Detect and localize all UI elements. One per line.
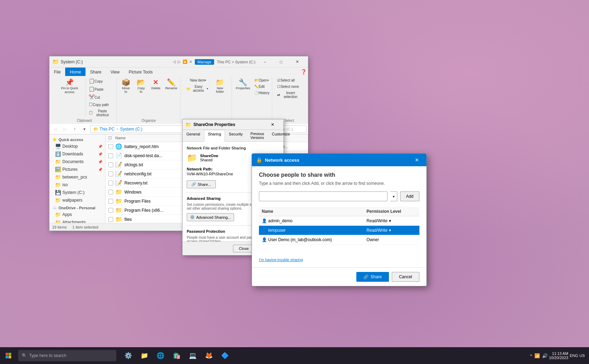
network-cancel-button[interactable]: Cancel: [392, 272, 419, 282]
permission-dropdown-1[interactable]: Read/Write ▾: [367, 218, 391, 223]
open-button[interactable]: 📂 Open ▾: [253, 77, 271, 83]
tab-share[interactable]: Share: [85, 68, 106, 76]
new-item-button[interactable]: 📄 New item ▾: [184, 77, 211, 83]
help-icon[interactable]: ❓: [301, 69, 307, 75]
row-checkbox[interactable]: [108, 181, 113, 186]
table-row[interactable]: 👤 tempuser Read/Write ▾: [259, 226, 419, 235]
tab-picture-tools[interactable]: Picture Tools: [124, 68, 157, 76]
table-row[interactable]: 👤 User Demo (m_lab@outlook.com) Owner: [259, 235, 419, 245]
tab-general[interactable]: General: [183, 130, 204, 141]
copy-to-button[interactable]: 📂 Copy to: [134, 77, 148, 95]
select-none-button[interactable]: ☐ Select none: [276, 84, 302, 90]
sidebar-item-apps[interactable]: 📁 Apps: [49, 211, 105, 218]
tray-chevron[interactable]: ^: [530, 353, 532, 358]
sidebar-item-pictures[interactable]: 🖼️ Pictures 📌: [49, 166, 105, 173]
taskbar-search-box[interactable]: 🔍 Type here to search: [18, 350, 116, 361]
sidebar-item-iso[interactable]: 📁 iso: [49, 181, 105, 189]
delete-button[interactable]: ✕ Delete: [149, 77, 163, 91]
taskbar-file-explorer[interactable]: 📁: [137, 348, 152, 363]
history-button[interactable]: 🕐 History: [253, 90, 271, 96]
tab-customize[interactable]: Customize: [268, 130, 294, 141]
col-name-header: Name: [259, 207, 364, 216]
row-checkbox[interactable]: [108, 162, 113, 167]
close-button[interactable]: ✕: [289, 56, 305, 68]
trouble-sharing-link[interactable]: I'm having trouble sharing: [259, 258, 419, 262]
qa-properties-icon[interactable]: ≡: [190, 59, 192, 64]
sidebar-section-onedrive[interactable]: ☁️ OneDrive - Personal: [49, 204, 105, 211]
sidebar-item-attachments[interactable]: 📁 Attachments: [49, 218, 105, 223]
taskbar-firefox[interactable]: 🦊: [201, 348, 217, 363]
sidebar-item-documents[interactable]: 📁 Documents 📌: [49, 158, 105, 166]
properties-button[interactable]: 🔧 Properties: [234, 77, 252, 91]
sidebar-item-wallpapers[interactable]: 📁 wallpapers: [49, 196, 105, 204]
nav-forward[interactable]: ▷: [61, 125, 69, 133]
sidebar-section-quick-access[interactable]: ⭐ Quick access: [49, 136, 105, 142]
qa-forward-icon[interactable]: ▷: [178, 59, 180, 64]
tray-volume[interactable]: 🔊: [542, 353, 548, 358]
qa-up-icon[interactable]: 🔼: [183, 59, 187, 64]
qa-back-icon[interactable]: ◁: [173, 59, 176, 64]
paste-button[interactable]: 📋 Paste: [87, 85, 114, 93]
copy-path-button[interactable]: 📋 Copy path: [87, 102, 114, 108]
row-checkbox[interactable]: [108, 172, 113, 176]
admin-demo-permission[interactable]: Read/Write ▾: [364, 216, 419, 226]
copy-button[interactable]: 📋 Copy: [87, 77, 114, 85]
network-dropdown-arrow[interactable]: ▾: [390, 191, 397, 201]
share-action-button[interactable]: 🔗 Share: [356, 272, 389, 282]
move-to-button[interactable]: 📦 Move to: [118, 77, 133, 95]
tab-sharing[interactable]: Sharing: [204, 130, 225, 142]
taskbar-app2[interactable]: 🔷: [217, 348, 233, 363]
nav-recent[interactable]: ▾: [80, 125, 89, 133]
sidebar-item-system-c[interactable]: 💾 System (C:): [49, 189, 105, 196]
network-name-input[interactable]: [259, 191, 388, 201]
rename-button[interactable]: ✏️ Rename: [164, 77, 179, 91]
clock[interactable]: 11:13 AM 10/20/2023: [549, 351, 568, 360]
new-folder-button[interactable]: 📁 New folder: [211, 77, 229, 95]
manage-tab-badge[interactable]: Manage: [195, 59, 214, 65]
paste-shortcut-button[interactable]: 📋 Paste shortcut: [87, 108, 114, 118]
invert-selection-button[interactable]: ⇄ Invert selection: [276, 90, 302, 100]
cut-button[interactable]: ✂️ Cut: [87, 93, 114, 101]
maximize-button[interactable]: □: [273, 56, 289, 68]
nav-back[interactable]: ◁: [51, 125, 59, 133]
easy-access-button[interactable]: ⭐ Easy access ▾: [184, 84, 211, 93]
row-checkbox[interactable]: [108, 153, 113, 158]
sidebar-item-desktop[interactable]: 🖥️ Desktop 📌: [49, 142, 105, 150]
row-checkbox[interactable]: [108, 208, 113, 213]
minimize-button[interactable]: −: [257, 56, 273, 68]
sidebar-item-downloads[interactable]: ⬇️ Downloads 📌: [49, 150, 105, 158]
shareone-close-button[interactable]: ✕: [265, 119, 281, 130]
share-button[interactable]: 🔗 Share...: [187, 180, 216, 188]
nav-up[interactable]: ↑: [70, 125, 79, 133]
row-checkbox[interactable]: [108, 199, 113, 204]
tempuser-permission[interactable]: Read/Write ▾: [364, 226, 419, 235]
pin-to-quick-button[interactable]: 📌 Pin to Quick access: [55, 77, 84, 96]
path-system-c[interactable]: System (C:): [120, 127, 142, 132]
tab-view[interactable]: View: [106, 68, 124, 76]
start-button[interactable]: [0, 347, 17, 364]
tab-file[interactable]: File: [49, 68, 65, 76]
taskbar-vscode[interactable]: 💻: [185, 348, 200, 363]
taskbar-edge[interactable]: 🌐: [153, 348, 168, 363]
advanced-sharing-button[interactable]: ⚙️ Advanced Sharing...: [187, 213, 234, 221]
user-icon-2: 👤: [262, 228, 267, 233]
row-checkbox[interactable]: [108, 217, 113, 222]
row-checkbox[interactable]: [108, 190, 113, 195]
select-all-button[interactable]: ☑ Select all: [276, 77, 302, 83]
table-row[interactable]: 👤 admin_demo Read/Write ▾: [259, 216, 419, 226]
file-icon-files: 📁: [115, 216, 122, 223]
sidebar: ⭐ Quick access 🖥️ Desktop 📌 ⬇️ Downloads…: [49, 134, 105, 223]
sidebar-item-between-pcs[interactable]: 📁 between_pcs: [49, 173, 105, 181]
taskbar-store[interactable]: 🛍️: [169, 348, 184, 363]
tab-prev-versions[interactable]: Previous Versions: [247, 130, 268, 141]
taskbar-settings[interactable]: ⚙️: [121, 348, 136, 363]
network-close-button[interactable]: ✕: [412, 155, 422, 165]
tab-home[interactable]: Home: [65, 68, 85, 76]
network-add-button[interactable]: Add: [400, 191, 419, 201]
tab-security[interactable]: Security: [225, 130, 247, 141]
tray-network[interactable]: 📶: [534, 353, 540, 358]
path-this-pc[interactable]: 📁 This PC: [93, 127, 115, 132]
permission-dropdown-2[interactable]: Read/Write ▾: [367, 228, 391, 233]
row-checkbox[interactable]: [108, 144, 113, 149]
edit-button[interactable]: ✏️ Edit: [253, 84, 271, 90]
